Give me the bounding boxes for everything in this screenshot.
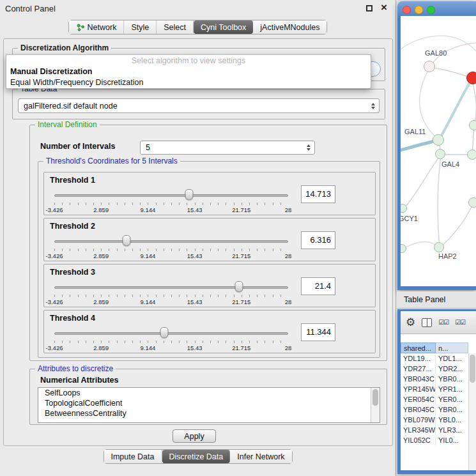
close-window-icon[interactable]: ×: [381, 2, 387, 13]
slider-ticks: [54, 203, 288, 205]
table-row[interactable]: YBR043C YBR0...: [401, 374, 476, 384]
table-row[interactable]: YER054C YER0...: [401, 394, 476, 404]
column-header-shared-name[interactable]: shared...: [401, 342, 436, 353]
gear-icon[interactable]: ⚙: [406, 316, 415, 329]
dropdown-option-manual-discretization[interactable]: Manual Discretization: [6, 66, 371, 77]
tab-impute-data[interactable]: Impute Data: [104, 450, 162, 463]
threshold-3-value-field[interactable]: 21.4: [301, 277, 335, 295]
list-item[interactable]: SelfLoops: [38, 388, 380, 398]
tab-jactivemnodules[interactable]: jActiveMNodules: [253, 20, 326, 34]
slider-track[interactable]: [54, 240, 288, 243]
combobox-arrows-icon: [367, 103, 379, 109]
tab-discretize-data[interactable]: Discretize Data: [162, 450, 231, 463]
group-title: Interval Definition: [35, 120, 100, 129]
scrollbar-thumb[interactable]: [470, 355, 475, 383]
number-of-intervals-combobox[interactable]: 5: [140, 141, 315, 155]
column-header-name[interactable]: n...: [436, 342, 468, 353]
list-item[interactable]: BetweennessCentrality: [38, 408, 380, 418]
table-header-row: shared... n...: [401, 342, 476, 353]
tab-network[interactable]: Network: [69, 20, 125, 34]
scrollbar-thumb[interactable]: [372, 389, 378, 406]
tab-label: Style: [131, 23, 149, 32]
select-columns-icon[interactable]: ☑☑: [438, 319, 449, 326]
slider-tick-labels: -3.426 2.859 9.144 15.43 21.715 28: [54, 252, 288, 260]
slider-handle[interactable]: [185, 189, 194, 200]
tab-label: Network: [88, 23, 117, 32]
threshold-1-box: Threshold 1 -3.426 2.859 9.144 15.43 21.…: [43, 172, 376, 215]
tab-label: Cyni Toolbox: [201, 23, 246, 32]
network-node[interactable]: [469, 120, 476, 130]
network-icon: [76, 24, 84, 31]
minimize-traffic-light-icon[interactable]: [415, 6, 423, 14]
combobox-value: 5: [141, 143, 303, 152]
list-item[interactable]: TopologicalCoefficient: [38, 398, 380, 408]
network-node[interactable]: [434, 242, 444, 252]
tab-label: Infer Network: [237, 452, 284, 461]
threshold-1-slider[interactable]: -3.426 2.859 9.144 15.43 21.715 28: [54, 188, 288, 215]
tab-cyni-toolbox[interactable]: Cyni Toolbox: [194, 20, 253, 34]
node-label: GAL80: [425, 49, 447, 57]
table-row[interactable]: YBL079W YBL0...: [401, 415, 476, 425]
interval-definition-group: Interval Definition Number of Intervals …: [29, 125, 387, 361]
table-row[interactable]: YLR345W YLR3...: [401, 425, 476, 435]
tab-infer-network[interactable]: Infer Network: [230, 450, 291, 463]
network-node[interactable]: [435, 149, 445, 159]
screen: Control Panel × Network Style Select: [0, 0, 476, 476]
threshold-2-value-field[interactable]: 6.316: [301, 231, 335, 249]
threshold-2-slider[interactable]: -3.426 2.859 9.144 15.43 21.715 28: [54, 234, 288, 261]
threshold-4-box: Threshold 4 -3.426 2.859 9.144 15.43 21.…: [43, 310, 376, 353]
list-scrollbar[interactable]: [371, 388, 380, 422]
node-label: GAL4: [441, 160, 459, 168]
attributes-to-discretize-group: Attributes to discretize Numerical Attri…: [29, 369, 387, 425]
network-node[interactable]: [468, 197, 476, 208]
slider-track[interactable]: [54, 332, 288, 335]
table-row[interactable]: YPR145W YPR1...: [401, 384, 476, 394]
slider-track[interactable]: [54, 194, 288, 197]
table-rows: YDL19... YDL1... YDR27... YDR2... YBR043…: [401, 353, 476, 445]
table-row[interactable]: YDL19... YDL1...: [401, 353, 476, 364]
bottom-tab-strip: Impute Data Discretize Data Infer Networ…: [103, 449, 292, 464]
threshold-2-label: Threshold 2: [50, 222, 95, 231]
network-node[interactable]: [433, 134, 444, 146]
network-canvas[interactable]: GAL80 GAL11 GAL4 GCY1 HAP2: [401, 16, 476, 286]
table-scrollbar[interactable]: [468, 353, 476, 470]
threshold-1-value-field[interactable]: 14.713: [301, 185, 335, 203]
node-label: GAL11: [404, 128, 426, 135]
window-traffic-lights: [403, 6, 435, 14]
tab-select[interactable]: Select: [157, 20, 194, 34]
network-node[interactable]: [467, 150, 476, 160]
close-traffic-light-icon[interactable]: [403, 6, 411, 14]
threshold-4-slider[interactable]: -3.426 2.859 9.144 15.43 21.715 28: [54, 326, 288, 353]
network-node-selected[interactable]: [466, 72, 476, 84]
threshold-1-label: Threshold 1: [50, 176, 95, 185]
network-node[interactable]: [424, 61, 435, 72]
float-window-icon[interactable]: [366, 5, 372, 12]
table-row[interactable]: YDR27... YDR2...: [401, 364, 476, 374]
threshold-3-slider[interactable]: -3.426 2.859 9.144 15.43 21.715 28: [54, 280, 288, 307]
slider-tick-labels: -3.426 2.859 9.144 15.43 21.715 28: [54, 206, 288, 214]
slider-handle[interactable]: [123, 235, 131, 246]
group-title: Threshold's Coordinates for 5 Intervals: [43, 157, 180, 165]
node-label: GCY1: [401, 215, 418, 222]
tab-style[interactable]: Style: [124, 20, 157, 34]
apply-button[interactable]: Apply: [173, 429, 216, 443]
threshold-4-value-field[interactable]: 11.344: [301, 323, 335, 341]
table-row[interactable]: YBR045C YBR0...: [401, 404, 476, 415]
network-view-window: GAL80 GAL11 GAL4 GCY1 HAP2: [397, 1, 476, 290]
slider-handle[interactable]: [160, 327, 169, 338]
table-data-combobox[interactable]: galFiltered.sif default node: [18, 98, 380, 113]
combobox-value: galFiltered.sif default node: [19, 102, 367, 111]
tab-label: Impute Data: [111, 452, 154, 461]
slider-handle[interactable]: [235, 281, 243, 292]
table-row[interactable]: YIL052C YIL0...: [401, 435, 476, 445]
dropdown-option-equal-width-frequency[interactable]: Equal Width/Frequency Discretization: [6, 77, 371, 88]
numerical-attributes-list[interactable]: SelfLoops TopologicalCoefficient Between…: [38, 387, 380, 423]
zoom-traffic-light-icon[interactable]: [427, 6, 435, 14]
thresholds-coordinates-group: Threshold's Coordinates for 5 Intervals …: [38, 161, 380, 358]
columns-icon[interactable]: [422, 318, 432, 327]
control-panel-tab-strip: Network Style Select Cyni Toolbox jActiv…: [68, 20, 328, 35]
control-panel-body: Discretization Algorithm Select algorith…: [3, 38, 393, 446]
slider-ticks: [54, 295, 288, 297]
select-rows-icon[interactable]: ☑☑: [455, 319, 465, 326]
slider-track[interactable]: [54, 286, 288, 289]
